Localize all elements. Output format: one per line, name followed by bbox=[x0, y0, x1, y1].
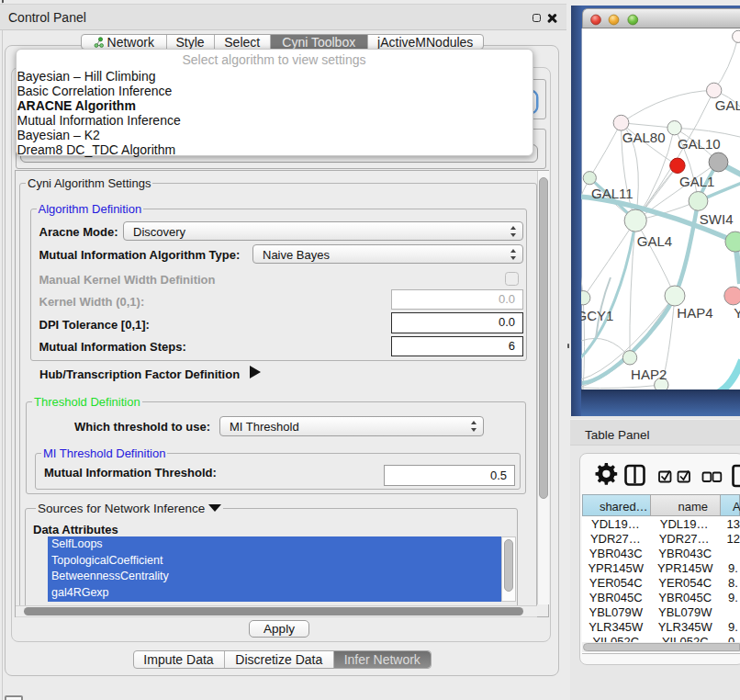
svg-text:GAL80: GAL80 bbox=[622, 130, 666, 145]
svg-text:Y: Y bbox=[734, 305, 740, 321]
svg-text:GAL4: GAL4 bbox=[637, 233, 672, 249]
svg-text:GAL11: GAL11 bbox=[591, 186, 633, 201]
svg-text:GAL7: GAL7 bbox=[715, 97, 740, 113]
svg-text:SWI4: SWI4 bbox=[700, 211, 734, 227]
svg-text:GAL1: GAL1 bbox=[679, 174, 714, 189]
svg-text:GAL10: GAL10 bbox=[678, 136, 721, 152]
svg-text:HAP4: HAP4 bbox=[677, 305, 712, 321]
svg-text:GCY1: GCY1 bbox=[581, 308, 613, 323]
svg-text:HAP2: HAP2 bbox=[631, 367, 667, 382]
